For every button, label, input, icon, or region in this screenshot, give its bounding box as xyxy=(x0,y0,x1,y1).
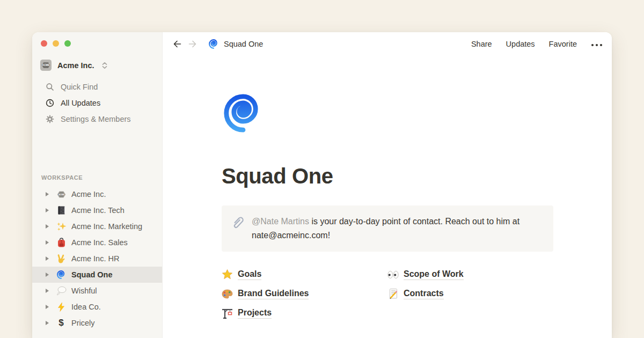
page-link-label: Brand Guidelines xyxy=(238,289,309,299)
sparkles-icon xyxy=(56,222,67,232)
sidebar-page-label: Squad One xyxy=(71,270,113,279)
favorite-button[interactable]: Favorite xyxy=(549,40,577,48)
breadcrumb-title: Squad One xyxy=(224,40,263,48)
sidebar-item-settings-members[interactable]: Settings & Members xyxy=(32,111,162,127)
disclosure-triangle-icon[interactable] xyxy=(45,272,56,277)
sidebar-page-pricely[interactable]: $ Pricely xyxy=(32,315,162,331)
sidebar-item-label: Quick Find xyxy=(61,83,98,91)
memo-icon xyxy=(388,288,399,299)
lightning-icon xyxy=(57,302,65,312)
sidebar-page-label: Pricely xyxy=(71,319,95,327)
minimize-window-button[interactable] xyxy=(53,40,59,47)
acme-badge-icon: ACME xyxy=(56,190,67,199)
sidebar-page-label: Idea Co. xyxy=(71,303,101,311)
app-window: ACME Acme Inc. Quick Find A xyxy=(32,32,612,338)
more-icon xyxy=(591,43,603,47)
gear-icon xyxy=(46,115,54,123)
sidebar-item-all-updates[interactable]: All Updates xyxy=(32,95,162,111)
page-icon-cyclone[interactable] xyxy=(222,92,265,135)
link-projects[interactable]: Projects xyxy=(222,306,387,320)
workspace-name: Acme Inc. xyxy=(57,61,94,70)
main-content: Squad One Share Updates Favorite Squad O… xyxy=(163,32,612,338)
sidebar-item-quick-find[interactable]: Quick Find xyxy=(32,79,162,95)
notebook-icon xyxy=(57,205,66,215)
link-brand-guidelines[interactable]: Brand Guidelines xyxy=(222,286,387,301)
star-icon xyxy=(222,269,233,280)
backpack-icon xyxy=(57,238,66,248)
sidebar-page-label: Acme Inc. Sales xyxy=(71,238,128,247)
disclosure-triangle-icon[interactable] xyxy=(45,208,56,213)
svg-text:ACME: ACME xyxy=(42,64,49,67)
sidebar: ACME Acme Inc. Quick Find A xyxy=(32,32,163,338)
page-link-label: Goals xyxy=(238,269,261,280)
share-button[interactable]: Share xyxy=(471,40,492,48)
victory-hand-icon xyxy=(56,254,66,264)
chevron-updown-icon xyxy=(101,61,108,70)
sidebar-page-acme-hr[interactable]: Acme Inc. HR xyxy=(32,251,162,267)
disclosure-triangle-icon[interactable] xyxy=(45,256,56,261)
disclosure-triangle-icon[interactable] xyxy=(45,192,56,197)
sidebar-page-squad-one[interactable]: Squad One xyxy=(32,267,162,283)
workspace-page-list: ACME Acme Inc. Acme Inc. Tech xyxy=(32,186,162,331)
mention-nate-martins[interactable]: @Nate Martins xyxy=(252,217,309,226)
page-link-label: Scope of Work xyxy=(404,269,464,280)
callout-text: @Nate Martins is your day-to-day point o… xyxy=(252,215,544,243)
more-options-button[interactable] xyxy=(591,40,603,48)
window-controls xyxy=(41,40,71,47)
callout-block: @Nate Martins is your day-to-day point o… xyxy=(222,205,553,252)
sidebar-item-label: Settings & Members xyxy=(61,115,131,123)
page-link-label: Projects xyxy=(238,308,272,319)
dollar-icon: $ xyxy=(58,318,63,328)
sidebar-page-acme-sales[interactable]: Acme Inc. Sales xyxy=(32,234,162,251)
link-contracts[interactable]: Contracts xyxy=(387,286,553,301)
thought-balloon-icon xyxy=(56,286,67,296)
zoom-window-button[interactable] xyxy=(64,40,71,47)
back-arrow-icon[interactable] xyxy=(173,40,182,48)
construction-icon xyxy=(222,307,233,319)
topbar: Squad One Share Updates Favorite xyxy=(163,32,612,56)
sidebar-page-idea-co[interactable]: Idea Co. xyxy=(32,299,162,315)
workspace-section-header[interactable]: WORKSPACE xyxy=(41,174,83,181)
eyes-icon xyxy=(387,270,399,279)
page-body: Squad One @Nate Martins is your day-to-d… xyxy=(163,56,553,320)
sidebar-item-label: All Updates xyxy=(61,99,100,107)
disclosure-triangle-icon[interactable] xyxy=(45,304,56,310)
forward-arrow-icon[interactable] xyxy=(188,40,197,48)
disclosure-triangle-icon[interactable] xyxy=(45,224,56,229)
sidebar-nav: Quick Find All Updates xyxy=(32,79,162,127)
sidebar-page-acme-tech[interactable]: Acme Inc. Tech xyxy=(32,202,162,218)
page-link-label: Contracts xyxy=(404,289,444,299)
svg-text:ACME: ACME xyxy=(58,194,64,196)
workspace-switcher[interactable]: ACME Acme Inc. xyxy=(40,59,108,71)
sidebar-page-wishful[interactable]: Wishful xyxy=(32,283,162,299)
disclosure-triangle-icon[interactable] xyxy=(45,240,56,245)
disclosure-triangle-icon[interactable] xyxy=(45,288,56,293)
sidebar-page-label: Acme Inc. xyxy=(71,190,106,199)
sidebar-page-label: Acme Inc. Tech xyxy=(71,206,125,215)
cyclone-icon xyxy=(56,270,66,280)
clock-icon xyxy=(46,99,54,107)
link-goals[interactable]: Goals xyxy=(222,267,387,282)
paperclip-icon xyxy=(231,215,245,243)
cyclone-icon xyxy=(208,39,219,49)
search-icon xyxy=(46,83,54,91)
page-links: Goals Scope of Work xyxy=(222,267,553,320)
disclosure-triangle-icon[interactable] xyxy=(45,320,56,326)
sidebar-page-acme-marketing[interactable]: Acme Inc. Marketing xyxy=(32,218,162,234)
sidebar-page-acme-inc[interactable]: ACME Acme Inc. xyxy=(32,186,162,202)
palette-icon xyxy=(222,289,233,299)
sidebar-page-label: Acme Inc. Marketing xyxy=(71,222,142,231)
acme-badge-icon: ACME xyxy=(40,59,52,71)
link-scope-of-work[interactable]: Scope of Work xyxy=(387,267,553,282)
page-title[interactable]: Squad One xyxy=(222,164,553,188)
sidebar-page-label: Wishful xyxy=(71,286,97,295)
sidebar-page-label: Acme Inc. HR xyxy=(71,254,119,263)
breadcrumb[interactable]: Squad One xyxy=(208,39,263,49)
close-window-button[interactable] xyxy=(41,40,47,47)
updates-button[interactable]: Updates xyxy=(506,40,535,48)
